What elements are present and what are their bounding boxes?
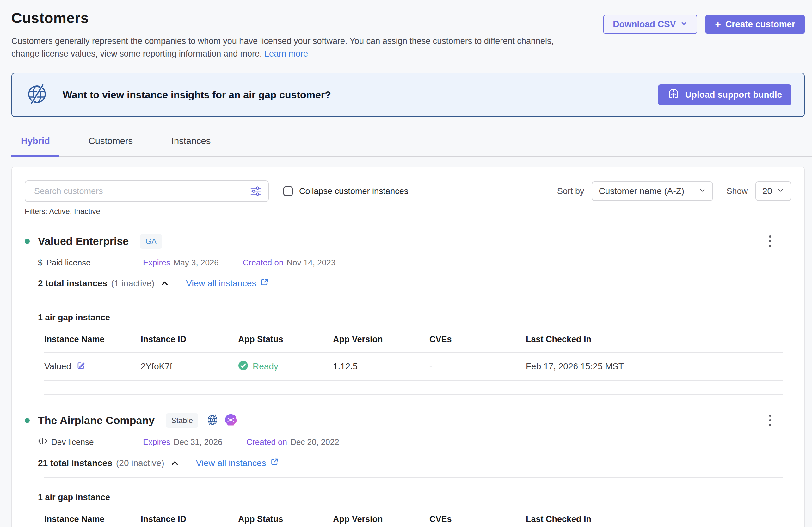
customers-card: Collapse customer instances Sort by Cust… [11,166,805,527]
chevron-down-icon [680,19,688,29]
page-header-text: Customers Customers generally represent … [11,10,577,60]
tab-hybrid[interactable]: Hybrid [11,133,59,157]
col-header-cves: CVEs [430,514,526,524]
instances-table: Instance Name Instance ID App Status App… [44,335,783,381]
col-header-app-status: App Status [238,335,333,344]
col-header-last-checked-in: Last Checked In [526,514,783,524]
col-header-app-version: App Version [333,514,430,524]
divider [44,298,783,298]
col-header-app-status: App Status [238,514,333,524]
collapse-instances-checkbox[interactable] [283,186,293,196]
expires-info: Expires May 3, 2026 [143,258,219,268]
instances-inactive-count: (1 inactive) [111,278,154,288]
collapse-instances-control[interactable]: Collapse customer instances [283,186,408,196]
show-select-value: 20 [762,186,772,196]
created-on-date: Dec 20, 2022 [290,437,339,447]
cves-cell: - [430,361,526,372]
instances-inactive-count: (20 inactive) [116,458,164,468]
learn-more-link[interactable]: Learn more [264,49,308,58]
page-description: Customers generally represent the compan… [11,35,577,60]
instances-summary-row: 21 total instances (20 inactive) View al… [25,457,792,469]
license-type: $ Paid license [38,258,143,268]
license-type-label: Paid license [46,258,90,268]
created-on-label: Created on [243,258,284,268]
expires-label: Expires [143,258,171,268]
instances-table: Instance Name Instance ID App Status App… [44,514,783,524]
dollar-icon: $ [38,258,42,268]
chevron-up-icon[interactable] [170,458,179,468]
airgap-globe-icon [25,82,49,108]
expires-date: May 3, 2026 [174,258,219,268]
license-type: Dev license [38,437,143,447]
instances-total: 2 total instances [38,278,107,288]
code-icon [38,437,47,447]
channel-badge: Stable [166,413,198,428]
instance-name: Valued [44,361,71,372]
col-header-cves: CVEs [430,335,526,344]
show-select[interactable]: 20 [755,181,792,201]
col-header-instance-id: Instance ID [141,335,238,344]
sort-by-label: Sort by [557,186,584,196]
app-version-cell: 1.12.5 [333,361,430,372]
active-status-dot [25,239,30,244]
table-row: Valued 2YfoK7f [44,352,783,381]
create-customer-button[interactable]: + Create customer [706,15,805,34]
instances-table-header: Instance Name Instance ID App Status App… [44,514,783,524]
download-csv-button[interactable]: Download CSV [603,15,697,34]
last-checked-in-cell: Feb 17, 2026 15:25 MST [526,361,783,372]
check-circle-icon [238,361,248,373]
created-info: Created on Nov 14, 2023 [243,258,335,268]
customer-separator [44,394,783,395]
toolbar: Collapse customer instances Sort by Cust… [25,180,792,202]
channel-badge: GA [140,234,162,249]
view-all-instances-link[interactable]: View all instances [186,278,269,289]
customer-block: Valued Enterprise GA $ Paid license Expi… [25,234,792,381]
tab-customers[interactable]: Customers [79,133,142,157]
expires-info: Expires Dec 31, 2026 [143,437,222,447]
upload-bundle-icon [667,88,680,102]
airgap-instances-heading: 1 air gap instance [25,493,792,502]
external-link-icon [270,457,279,469]
filter-sliders-icon[interactable] [250,185,262,198]
airgap-banner-title: Want to view instance insights for an ai… [63,89,645,101]
instances-total: 21 total instances [38,458,112,468]
expires-date: Dec 31, 2026 [174,437,222,447]
expires-label: Expires [143,437,171,447]
airgap-banner: Want to view instance insights for an ai… [11,73,805,117]
chevron-up-icon[interactable] [160,278,170,288]
instance-id-cell: 2YfoK7f [141,361,238,372]
sort-select[interactable]: Customer name (A-Z) [592,181,713,201]
upload-support-bundle-button[interactable]: Upload support bundle [658,84,792,105]
edit-icon[interactable] [76,361,86,373]
collapse-instances-label: Collapse customer instances [299,186,408,196]
customer-meta-row: $ Paid license Expires May 3, 2026 Creat… [25,258,792,268]
airgap-instances-heading: 1 air gap instance [25,313,792,322]
app-status-label: Ready [253,361,278,372]
active-status-dot [25,418,30,423]
instances-summary-row: 2 total instances (1 inactive) View all … [25,278,792,289]
sort-select-value: Customer name (A-Z) [598,186,684,196]
col-header-last-checked-in: Last Checked In [526,335,783,344]
customer-menu-button[interactable] [767,412,773,428]
col-header-app-version: App Version [333,335,430,344]
customer-capability-icons [206,413,237,428]
chevron-down-icon [777,186,784,196]
customer-menu-button[interactable] [767,234,773,249]
customer-name-link[interactable]: Valued Enterprise [38,235,129,247]
customers-page: Customers Customers generally represent … [0,0,812,527]
create-customer-label: Create customer [725,19,795,29]
customer-header: The Airplane Company Stable [25,412,792,428]
col-header-instance-name: Instance Name [44,514,141,524]
customer-meta-row: Dev license Expires Dec 31, 2026 Created… [25,437,792,447]
header-actions: Download CSV + Create customer [603,15,805,34]
tab-bar: Hybrid Customers Instances [11,133,812,157]
search-input[interactable] [25,180,269,202]
view-all-instances-link[interactable]: View all instances [196,457,279,469]
chevron-down-icon [698,186,706,196]
tab-instances[interactable]: Instances [162,133,220,157]
customer-name-link[interactable]: The Airplane Company [38,414,155,426]
page-header: Customers Customers generally represent … [11,10,805,60]
upload-support-bundle-label: Upload support bundle [685,90,782,100]
license-type-label: Dev license [51,437,93,447]
app-status-cell: Ready [238,361,333,373]
